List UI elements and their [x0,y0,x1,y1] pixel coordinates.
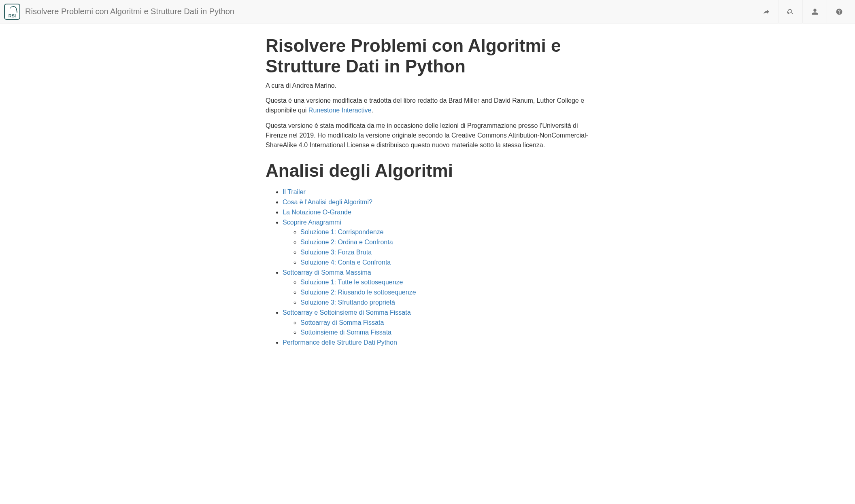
toc-item: Soluzione 1: Corrispondenze [300,227,589,237]
search-button[interactable] [778,0,802,23]
runestone-link[interactable]: Runestone Interactive [308,107,372,114]
toc-link[interactable]: Soluzione 3: Forza Bruta [300,249,372,256]
toc-link[interactable]: Soluzione 1: Corrispondenze [300,229,383,235]
help-button[interactable] [827,0,851,23]
toc-link[interactable]: Il Trailer [283,188,306,195]
toc-item: Il Trailer [283,187,589,197]
toc-item: Sottoarray di Somma Fissata [300,318,589,328]
toc-item: Scoprire AnagrammiSoluzione 1: Corrispon… [283,218,589,268]
toc-item: Sottoarray di Somma MassimaSoluzione 1: … [283,268,589,308]
navbar-brand[interactable]: RSI Risolvere Problemi con Algoritmi e S… [4,4,234,20]
toc-link[interactable]: Sottoarray di Somma Fissata [300,319,384,326]
toc-item: Soluzione 1: Tutte le sottosequenze [300,277,589,288]
navbar: RSI Risolvere Problemi con Algoritmi e S… [0,0,855,23]
search-icon [787,8,794,15]
toc-item: Sottoinsieme di Somma Fissata [300,328,589,338]
toc-item: Cosa è l'Analisi degli Algoritmi? [283,197,589,208]
toc-item: Soluzione 4: Conta e Confronta [300,258,589,268]
toc-item: Soluzione 2: Ordina e Confronta [300,237,589,248]
toc-item: Soluzione 3: Forza Bruta [300,248,589,258]
user-button[interactable] [802,0,827,23]
main-content: Risolvere Problemi con Algoritmi e Strut… [262,23,593,364]
logo-icon: RSI [4,4,20,20]
intro-paragraph-1: Questa è una versione modificata e trado… [266,96,589,115]
toc-sublist: Soluzione 1: CorrispondenzeSoluzione 2: … [283,227,589,267]
table-of-contents: Il TrailerCosa è l'Analisi degli Algorit… [266,187,589,348]
toc-sublist: Soluzione 1: Tutte le sottosequenzeSoluz… [283,277,589,307]
toc-link[interactable]: Scoprire Anagrammi [283,219,341,226]
toc-item: Soluzione 2: Riusando le sottosequenze [300,288,589,298]
intro-paragraph-2: Questa versione è stata modificata da me… [266,121,589,150]
toc-link[interactable]: Sottoarray e Sottoinsieme di Somma Fissa… [283,309,411,316]
toc-link[interactable]: Cosa è l'Analisi degli Algoritmi? [283,199,372,205]
toc-link[interactable]: Soluzione 2: Ordina e Confronta [300,239,393,246]
toc-link[interactable]: Performance delle Strutture Dati Python [283,339,397,346]
navbar-actions [754,0,851,23]
toc-item: La Notazione O-Grande [283,208,589,218]
intro-section: Questa è una versione modificata e trado… [266,96,589,150]
toc-item: Performance delle Strutture Dati Python [283,338,589,348]
help-icon [836,8,843,15]
intro-text-end: . [372,107,373,114]
toc-link[interactable]: Sottoarray di Somma Massima [283,269,371,276]
toc-item: Sottoarray e Sottoinsieme di Somma Fissa… [283,308,589,338]
toc-link[interactable]: La Notazione O-Grande [283,209,351,216]
toc-link[interactable]: Soluzione 4: Conta e Confronta [300,259,391,266]
logo-text: RSI [9,14,16,18]
toc-item: Soluzione 3: Sfruttando proprietà [300,298,589,308]
toc-sublist: Sottoarray di Somma FissataSottoinsieme … [283,318,589,338]
navbar-title: Risolvere Problemi con Algoritmi e Strut… [25,7,234,16]
toc-link[interactable]: Sottoinsieme di Somma Fissata [300,329,391,336]
toc-link[interactable]: Soluzione 3: Sfruttando proprietà [300,299,395,306]
toc-link[interactable]: Soluzione 1: Tutte le sottosequenze [300,279,403,286]
user-icon [811,8,819,15]
section-title: Analisi degli Algoritmi [266,161,589,181]
byline: A cura di Andrea Marino. [266,82,589,89]
toc-link[interactable]: Soluzione 2: Riusando le sottosequenze [300,289,416,296]
share-icon [763,8,770,15]
share-button[interactable] [754,0,778,23]
page-title: Risolvere Problemi con Algoritmi e Strut… [266,36,589,76]
